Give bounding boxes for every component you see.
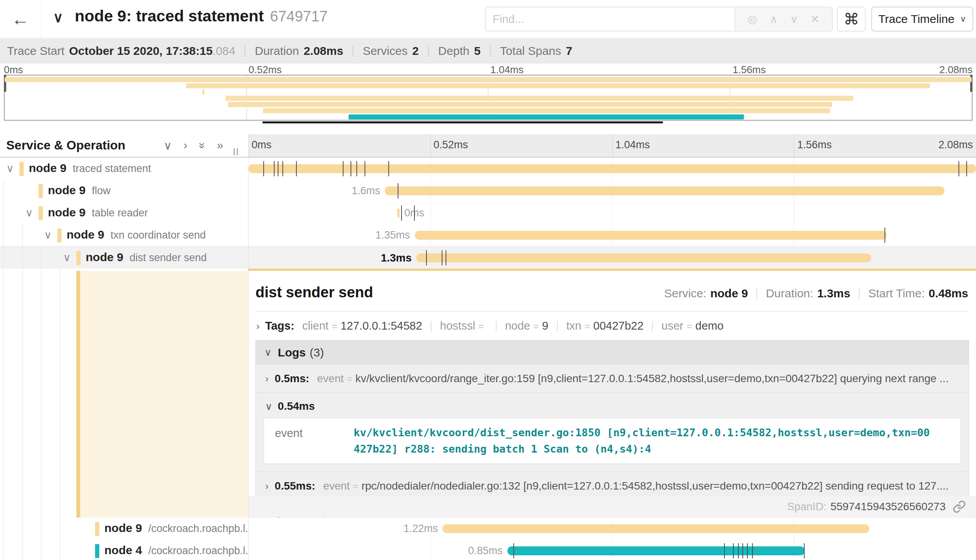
span-name-cell[interactable]: ∨node 9dist sender send — [0, 247, 248, 269]
span-name-cell[interactable]: node 9/cockroach.roachpb.l... — [0, 518, 248, 540]
logs-chevron-down-icon: ∨ — [264, 347, 271, 358]
trace-id: 6749717 — [270, 8, 328, 25]
log-entry-expanded-header[interactable]: ∨ 0.54ms — [256, 393, 969, 418]
span-duration-label: 1.35ms — [375, 229, 410, 241]
meta-divider — [859, 288, 860, 299]
collapse-all-double-chevron-down-icon[interactable]: » — [196, 142, 209, 149]
span-name-cell[interactable]: ∨node 9table reader — [0, 202, 248, 224]
span-timeline-cell[interactable]: 1.6ms — [248, 180, 976, 202]
span-detail-left-filler — [0, 269, 248, 518]
log-timestamp: 0.5ms: — [275, 372, 309, 385]
span-row[interactable]: ∨node 9dist sender send1.3ms — [0, 246, 976, 269]
log-marker-tick — [274, 161, 275, 176]
log-marker-tick — [263, 161, 264, 176]
equals-sign: = — [332, 321, 338, 332]
span-row[interactable]: node 9flow1.6ms — [0, 180, 976, 202]
expand-all-double-chevron-right-icon[interactable]: » — [217, 139, 223, 152]
command-icon: ⌘ — [844, 10, 859, 28]
indent-guide — [22, 540, 23, 560]
summary-label: Total Spans — [500, 44, 561, 58]
span-row[interactable]: ∨node 9table reader0ms — [0, 202, 976, 224]
expand-one-chevron-right-icon[interactable]: › — [183, 139, 187, 152]
trace-name: node 9: traced statement — [75, 7, 264, 25]
log-marker-tick — [733, 543, 734, 558]
meta-divider — [756, 288, 757, 299]
keyboard-shortcuts-button[interactable]: ⌘ — [837, 7, 866, 32]
span-bar[interactable] — [397, 209, 400, 218]
span-bar[interactable] — [248, 164, 976, 173]
span-timeline-cell[interactable]: 0.85ms — [248, 540, 976, 560]
log-marker-tick — [414, 205, 415, 221]
tags-row[interactable]: › Tags: client=127.0.0.1:54582 hostssl= … — [248, 312, 976, 332]
indent-guide — [3, 180, 4, 202]
log-marker-tick — [351, 161, 351, 176]
log-marker-tick — [884, 228, 885, 243]
span-service-name: node 9traced statement — [29, 162, 151, 175]
span-name-cell[interactable]: node 4/cockroach.roachpb.l... — [0, 540, 248, 560]
locate-icon[interactable]: ◎ — [748, 13, 757, 26]
span-id-strip: SpanID: 5597415943526560273 — [248, 496, 976, 517]
minimap-span-bar — [349, 114, 744, 119]
ruler-tick-label: 0.52ms — [433, 139, 468, 151]
span-expander-chevron-down-icon[interactable]: ∨ — [25, 207, 33, 219]
trace-view-dropdown[interactable]: Trace Timeline ∨ — [871, 7, 973, 32]
service-value: node 9 — [710, 287, 748, 300]
ruler-tick-label: 1.04ms — [615, 139, 650, 151]
span-timeline-cell[interactable]: 1.35ms — [248, 224, 976, 246]
log-entry[interactable]: › 0.5ms: event = kv/kvclient/kvcoord/ran… — [256, 365, 969, 393]
indent-guide — [3, 247, 4, 269]
minimap-scroll-indicator[interactable] — [262, 121, 662, 123]
indent-guide — [3, 269, 4, 518]
collapse-one-chevron-down-icon[interactable]: ∨ — [164, 139, 172, 152]
span-duration-label: 0.85ms — [468, 545, 503, 557]
service-label: Service: — [664, 287, 706, 300]
trace-title-chevron-down-icon[interactable]: ∨ — [53, 9, 63, 26]
minimap-span-bar — [226, 96, 853, 101]
logs-header[interactable]: ∨ Logs (3) — [256, 341, 969, 365]
span-expander-chevron-down-icon[interactable]: ∨ — [63, 251, 71, 264]
span-bar[interactable] — [507, 546, 805, 555]
back-button[interactable]: ← — [0, 0, 41, 38]
span-row[interactable]: node 9/cockroach.roachpb.l...1.22ms — [0, 518, 976, 540]
log-entry-expanded: ∨ 0.54ms event kv/kvclient/kvcoord/dist_… — [256, 393, 969, 472]
span-bar[interactable] — [415, 231, 887, 240]
tag-item: client=127.0.0.1:54582 — [302, 319, 422, 332]
tags-chevron-right-icon[interactable]: › — [256, 320, 260, 332]
span-bar[interactable] — [442, 524, 869, 533]
indent-guide — [3, 224, 4, 246]
span-timeline-cell[interactable]: 0ms — [248, 202, 976, 224]
log-value: kv/kvclient/kvcoord/range_iter.go:159 [n… — [356, 372, 949, 385]
span-detail-panel: dist sender send Service:node 9 Duration… — [248, 269, 976, 518]
link-icon[interactable] — [953, 500, 966, 513]
log-marker-tick — [356, 161, 357, 176]
summary-value: October 15 2020, 17:38:15 — [69, 44, 213, 58]
find-input[interactable] — [486, 7, 735, 31]
minimap-span-bar — [186, 83, 930, 88]
trace-minimap[interactable] — [4, 75, 972, 121]
span-name-cell[interactable]: ∨node 9txn coordinator send — [0, 224, 248, 246]
prev-result-icon[interactable]: ∧ — [770, 13, 778, 26]
ruler-tick-label: 1.56ms — [797, 139, 832, 151]
summary-divider — [428, 45, 429, 57]
span-row[interactable]: node 4/cockroach.roachpb.l...0.85ms — [0, 540, 976, 560]
span-timeline-cell[interactable]: 1.22ms — [248, 518, 976, 540]
span-row[interactable]: ∨node 9txn coordinator send1.35ms — [0, 224, 976, 246]
clear-search-icon[interactable]: ✕ — [810, 13, 819, 26]
span-timeline-cell[interactable] — [248, 158, 976, 180]
span-bar[interactable] — [385, 186, 944, 195]
indent-guide — [41, 247, 41, 269]
span-color-bar — [95, 544, 99, 558]
span-name-cell[interactable]: node 9flow — [0, 180, 248, 202]
next-result-icon[interactable]: ∨ — [790, 13, 798, 26]
span-timeline-cell[interactable]: 1.3ms — [248, 247, 976, 269]
span-expander-chevron-down-icon[interactable]: ∨ — [6, 162, 14, 175]
span-row[interactable]: ∨node 9traced statement — [0, 158, 976, 180]
span-color-bar — [95, 522, 99, 536]
span-expander-chevron-down-icon[interactable]: ∨ — [44, 229, 52, 241]
log-marker-tick — [365, 161, 365, 176]
span-bar[interactable] — [416, 253, 871, 262]
column-resize-handle[interactable] — [234, 148, 238, 155]
log-marker-tick — [752, 543, 753, 558]
log-timestamp: 0.55ms: — [275, 480, 315, 492]
span-name-cell[interactable]: ∨node 9traced statement — [0, 158, 248, 180]
